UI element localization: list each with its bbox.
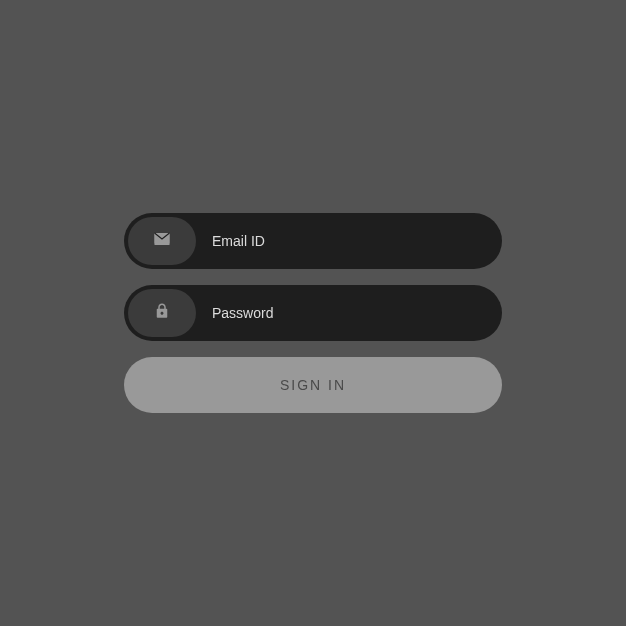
login-form: SIGN IN	[124, 213, 502, 413]
envelope-icon	[153, 230, 171, 252]
email-icon-bubble	[128, 217, 196, 265]
password-field[interactable]	[196, 289, 498, 337]
email-field[interactable]	[196, 217, 498, 265]
password-row	[124, 285, 502, 341]
password-icon-bubble	[128, 289, 196, 337]
lock-icon	[153, 302, 171, 324]
email-row	[124, 213, 502, 269]
signin-button[interactable]: SIGN IN	[124, 357, 502, 413]
